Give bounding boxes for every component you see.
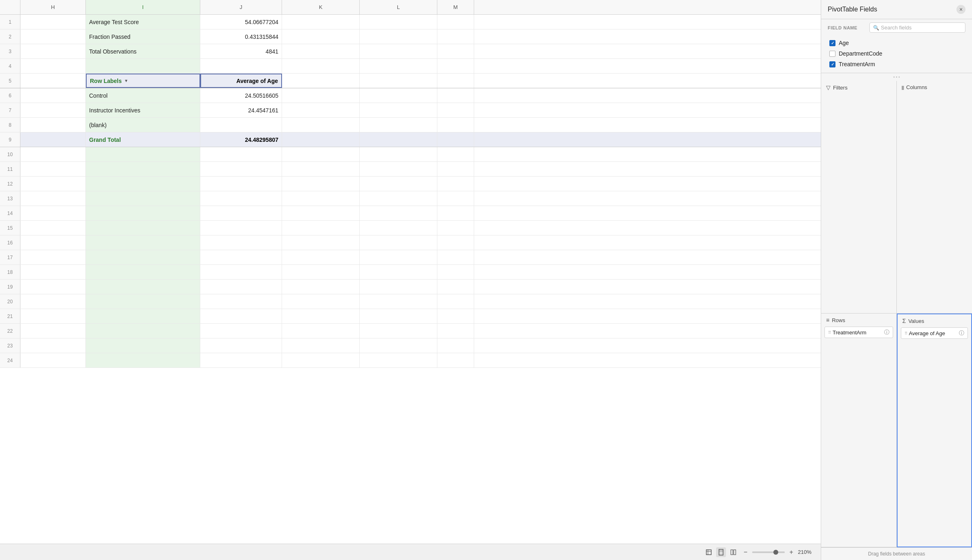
pivot-value-instructor[interactable]: 24.4547161: [200, 103, 282, 117]
row-num: 1: [0, 15, 20, 29]
rows-area-body[interactable]: ⠿ TreatmentArm ⓘ: [821, 325, 896, 547]
normal-view-icon[interactable]: [704, 547, 714, 557]
page-break-icon[interactable]: [728, 547, 738, 557]
values-label: Values: [908, 318, 924, 324]
stat-value-2[interactable]: 0.431315844: [200, 29, 282, 44]
field-name-age: Age: [839, 40, 849, 46]
values-tag-label: Average of Age: [909, 330, 945, 336]
cell-l1: [360, 15, 437, 29]
values-tag-info-icon[interactable]: ⓘ: [959, 329, 964, 337]
stat-value-3[interactable]: 4841: [200, 44, 282, 58]
empty-row-23: 23: [0, 338, 821, 353]
filters-icon: ▽: [826, 84, 831, 91]
values-icon: Σ: [903, 318, 906, 324]
row-num: 6: [0, 88, 20, 103]
rows-tag-label: TreatmentArm: [833, 329, 867, 336]
rows-tag-treatmentarm[interactable]: ⠿ TreatmentArm ⓘ: [824, 327, 893, 338]
columns-area-header: ||| Columns: [897, 81, 972, 92]
pivot-data-row-instructor: 7 Instructor Incentives 24.4547161: [0, 103, 821, 118]
pivot-value-control[interactable]: 24.50516605: [200, 88, 282, 103]
pivot-label-control[interactable]: Control: [86, 88, 200, 103]
values-area-header: Σ Values: [898, 314, 972, 326]
search-fields-input[interactable]: Search fields: [881, 25, 962, 31]
cell-m1: [437, 15, 474, 29]
pivot-grand-total-row: 9 Grand Total 24.48295807: [0, 132, 821, 147]
empty-row-15: 15: [0, 221, 821, 235]
field-item-treatmentarm[interactable]: TreatmentArm: [828, 59, 965, 69]
drag-handle-icon: ⠿: [905, 331, 907, 336]
field-checkbox-treatmentarm[interactable]: [829, 61, 835, 67]
row-num: 8: [0, 118, 20, 132]
field-item-age[interactable]: Age: [828, 38, 965, 48]
spreadsheet-grid: 1 Average Test Score 54.06677204 2 Fract…: [0, 15, 821, 544]
zoom-plus-button[interactable]: +: [787, 549, 795, 556]
empty-row-4: 4: [0, 59, 821, 74]
rows-area: ≡ Rows ⠿ TreatmentArm ⓘ: [821, 314, 897, 547]
zoom-level-display: 210%: [798, 549, 814, 555]
row-num: 2: [0, 29, 20, 44]
row-num: 4: [0, 59, 20, 73]
field-checkbox-departmentcode[interactable]: [829, 51, 835, 57]
pivot-row-labels-header[interactable]: Row Labels ▼: [86, 74, 200, 88]
row-labels-text: Row Labels: [90, 78, 122, 84]
empty-row-18: 18: [0, 265, 821, 280]
stat-label-1[interactable]: Average Test Score: [86, 15, 200, 29]
stat-value-1[interactable]: 54.06677204: [200, 15, 282, 29]
svg-rect-5: [731, 550, 733, 555]
pivot-data-row-blank: 8 (blank): [0, 118, 821, 132]
zoom-minus-button[interactable]: −: [741, 549, 750, 556]
values-area-body[interactable]: ⠿ Average of Age ⓘ: [898, 326, 972, 547]
pivot-data-row-control: 6 Control 24.50516605: [0, 88, 821, 103]
stat-label-3[interactable]: Total Observations: [86, 44, 200, 58]
filters-area-header: ▽ Filters: [821, 81, 896, 92]
columns-label: Columns: [906, 84, 927, 90]
grand-total-value[interactable]: 24.48295807: [200, 132, 282, 147]
pivot-panel-title: PivotTable Fields: [828, 6, 877, 13]
pivot-label-blank[interactable]: (blank): [86, 118, 200, 132]
field-item-departmentcode[interactable]: DepartmentCode: [828, 48, 965, 59]
svg-rect-6: [734, 550, 736, 555]
cell-h3[interactable]: [20, 44, 86, 58]
empty-row-22: 22: [0, 324, 821, 338]
filters-area: ▽ Filters: [821, 81, 897, 314]
columns-area-body[interactable]: [897, 92, 972, 313]
empty-row-17: 17: [0, 250, 821, 265]
empty-row-21: 21: [0, 309, 821, 324]
search-fields-box[interactable]: 🔍 Search fields: [869, 22, 965, 33]
col-header-l: L: [360, 0, 437, 14]
filters-area-body[interactable]: [821, 92, 896, 313]
stat-label-2[interactable]: Fraction Passed: [86, 29, 200, 44]
empty-row-19: 19: [0, 280, 821, 294]
rows-tag-info-icon[interactable]: ⓘ: [884, 329, 889, 336]
empty-row-20: 20: [0, 294, 821, 309]
search-icon: 🔍: [873, 25, 879, 31]
cell-l2: [360, 29, 437, 44]
svg-rect-3: [719, 549, 723, 555]
values-tag-average-age[interactable]: ⠿ Average of Age ⓘ: [901, 327, 968, 339]
cell-k1: [282, 15, 360, 29]
pivot-label-instructor[interactable]: Instructor Incentives: [86, 103, 200, 117]
cell-m2: [437, 29, 474, 44]
row-num: 5: [0, 74, 20, 88]
col-header-j: J: [200, 0, 282, 14]
grand-total-label[interactable]: Grand Total: [86, 132, 200, 147]
cell-h1[interactable]: [20, 15, 86, 29]
field-name-label: FIELD NAME: [828, 25, 864, 30]
stats-row-1: 1 Average Test Score 54.06677204: [0, 15, 821, 29]
pivot-areas-grid: ▽ Filters ||| Columns ≡ Rows ⠿ Treatment…: [821, 81, 972, 547]
cell-m3: [437, 44, 474, 58]
columns-area: ||| Columns: [897, 81, 972, 314]
cell-h2[interactable]: [20, 29, 86, 44]
dropdown-arrow-icon[interactable]: ▼: [124, 78, 128, 83]
pivot-avg-age-header[interactable]: Average of Age: [200, 74, 282, 88]
fields-list: Age DepartmentCode TreatmentArm: [821, 36, 972, 73]
field-checkbox-age[interactable]: [829, 40, 835, 46]
close-panel-button[interactable]: ×: [956, 5, 965, 14]
rows-icon: ≡: [826, 317, 829, 323]
pivot-value-blank[interactable]: [200, 118, 282, 132]
columns-icon: |||: [902, 85, 904, 90]
page-layout-icon[interactable]: [716, 547, 726, 557]
zoom-slider[interactable]: [752, 551, 785, 553]
empty-row-14: 14: [0, 206, 821, 221]
drag-fields-hint: Drag fields between areas: [821, 547, 972, 560]
